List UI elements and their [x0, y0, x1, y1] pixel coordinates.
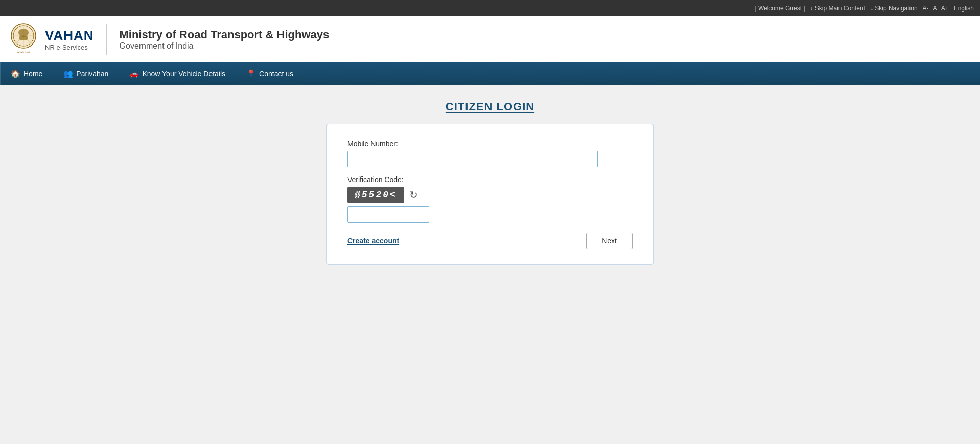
nav-know-vehicle[interactable]: 🚗 Know Your Vehicle Details	[119, 62, 236, 85]
nav-home-label: Home	[24, 70, 42, 78]
language-selector[interactable]: English	[954, 5, 974, 12]
form-footer: Create account Next	[347, 233, 633, 249]
verification-label: Verification Code:	[347, 175, 633, 184]
ministry-branding: Ministry of Road Transport & Highways Go…	[120, 28, 330, 51]
svg-text:सत्यमेव जयते: सत्यमेव जयते	[17, 51, 30, 54]
main-nav: 🏠 Home 👥 Parivahan 🚗 Know Your Vehicle D…	[0, 62, 980, 85]
nav-contact-label: Contact us	[259, 70, 293, 78]
verification-group: Verification Code: @5520< ↻	[347, 175, 633, 223]
header: सत्यमेव जयते VAHAN NR e-Services Ministr…	[0, 16, 980, 62]
header-divider	[106, 24, 107, 55]
mobile-group: Mobile Number:	[347, 140, 633, 167]
contact-icon: 📍	[246, 69, 256, 78]
captcha-input[interactable]	[347, 206, 429, 223]
next-button[interactable]: Next	[586, 233, 633, 249]
mobile-label: Mobile Number:	[347, 140, 633, 148]
nav-parivahan-label: Parivahan	[76, 70, 108, 78]
font-small-btn[interactable]: A-	[923, 5, 929, 12]
nav-contact[interactable]: 📍 Contact us	[236, 62, 304, 85]
parivahan-icon: 👥	[63, 69, 73, 78]
login-form-box: Mobile Number: Verification Code: @5520<…	[326, 124, 654, 265]
vahan-title: VAHAN	[45, 28, 94, 43]
vahan-branding: VAHAN NR e-Services	[45, 28, 94, 51]
skip-main-link[interactable]: ↓ Skip Main Content	[810, 5, 865, 12]
welcome-text: | Welcome Guest |	[755, 5, 805, 12]
create-account-button[interactable]: Create account	[347, 237, 399, 245]
home-icon: 🏠	[11, 69, 20, 78]
top-bar: | Welcome Guest | ↓ Skip Main Content ↓ …	[0, 0, 980, 16]
main-content: CITIZEN LOGIN Mobile Number: Verificatio…	[0, 85, 980, 444]
ministry-title: Ministry of Road Transport & Highways	[120, 28, 330, 41]
font-normal-btn[interactable]: A	[933, 5, 937, 12]
nav-home[interactable]: 🏠 Home	[0, 62, 53, 85]
ministry-subtitle: Government of India	[120, 41, 330, 51]
refresh-captcha-button[interactable]: ↻	[409, 189, 418, 201]
captcha-image: @5520<	[347, 187, 404, 203]
logo-area: सत्यमेव जयते VAHAN NR e-Services	[8, 21, 94, 57]
page-title: CITIZEN LOGIN	[446, 100, 534, 114]
nav-know-vehicle-label: Know Your Vehicle Details	[142, 70, 225, 78]
font-size-controls: A- A A+	[923, 5, 949, 12]
vehicle-icon: 🚗	[129, 69, 139, 78]
nav-parivahan[interactable]: 👥 Parivahan	[53, 62, 119, 85]
font-large-btn[interactable]: A+	[941, 5, 949, 12]
vahan-subtitle: NR e-Services	[45, 43, 94, 51]
emblem-icon: सत्यमेव जयते	[8, 21, 39, 57]
skip-nav-link[interactable]: ↓ Skip Navigation	[870, 5, 918, 12]
captcha-row: @5520< ↻	[347, 187, 633, 203]
mobile-input[interactable]	[347, 151, 598, 167]
